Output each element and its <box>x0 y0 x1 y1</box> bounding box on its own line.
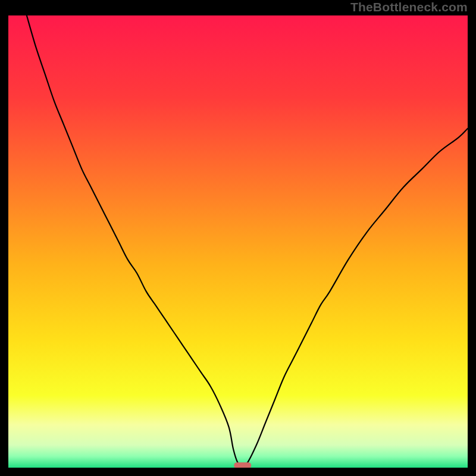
minimum-marker <box>234 463 251 468</box>
chart-frame: TheBottleneck.com <box>0 0 476 476</box>
chart-svg <box>8 15 468 468</box>
plot-area <box>8 15 468 468</box>
gradient-background <box>8 15 468 468</box>
attribution-label: TheBottleneck.com <box>350 0 468 14</box>
